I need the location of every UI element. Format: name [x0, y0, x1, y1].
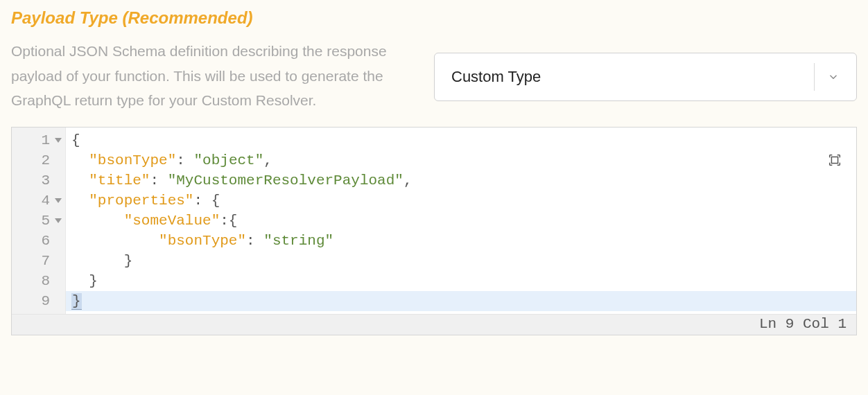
editor-content[interactable]: { "bsonType": "object", "title": "MyCust… [66, 128, 856, 314]
line-number: 1 [12, 130, 65, 150]
line-number: 2 [12, 150, 65, 170]
line-number: 4 [12, 191, 65, 211]
section-title: Payload Type (Recommended) [11, 8, 399, 28]
line-number: 7 [12, 251, 65, 271]
select-divider [814, 63, 815, 91]
code-line: "title": "MyCustomerResolverPayload", [71, 170, 856, 191]
payload-type-select[interactable]: Custom Type [434, 53, 857, 101]
code-line: "bsonType": "object", [71, 150, 856, 170]
editor-status-bar: Ln 9 Col 1 [12, 314, 856, 335]
line-number: 6 [12, 231, 65, 251]
line-number: 8 [12, 271, 65, 291]
chevron-down-icon [827, 71, 840, 83]
code-line-active: } [66, 291, 856, 311]
section-description: Optional JSON Schema definition describi… [11, 39, 399, 113]
code-line: "someValue":{ [71, 211, 856, 231]
fullscreen-icon[interactable] [827, 152, 842, 168]
select-value: Custom Type [451, 68, 814, 86]
code-line: } [71, 271, 856, 291]
line-number: 9 [12, 291, 65, 311]
svg-rect-0 [831, 157, 837, 163]
editor-gutter: 1 2 3 4 5 6 7 8 9 [12, 128, 66, 314]
code-line: "bsonType": "string" [71, 231, 856, 251]
code-line: } [71, 251, 856, 271]
line-number: 5 [12, 211, 65, 231]
code-line: { [71, 130, 856, 150]
line-number: 3 [12, 170, 65, 191]
code-line: "properties": { [71, 191, 856, 211]
json-schema-editor[interactable]: 1 2 3 4 5 6 7 8 9 { "bsonType": "object"… [11, 127, 857, 335]
